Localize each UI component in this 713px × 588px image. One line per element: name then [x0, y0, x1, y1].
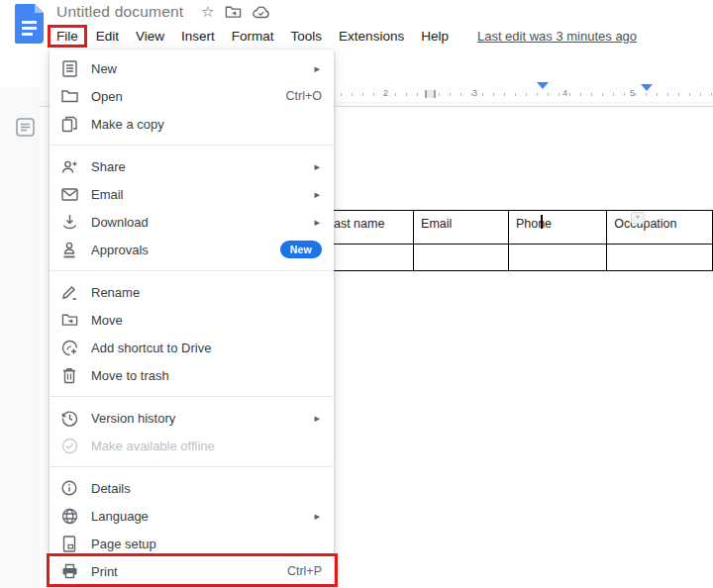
- table-header-cell[interactable]: Occupation: [607, 211, 713, 245]
- table-column-marker[interactable]: [425, 90, 436, 98]
- menu-item-approvals[interactable]: Approvals New: [50, 236, 334, 263]
- last-edit-link[interactable]: Last edit was 3 minutes ago: [477, 29, 637, 44]
- menu-item-label: Rename: [91, 285, 322, 300]
- menu-item-page-setup[interactable]: Page setup: [50, 530, 334, 557]
- menu-divider: [50, 270, 334, 271]
- submenu-arrow-icon: ▸: [314, 188, 320, 201]
- menu-item-move-to-trash[interactable]: Move to trash: [50, 361, 334, 389]
- menu-item-language[interactable]: Language ▸: [50, 502, 334, 530]
- menu-item-version-history[interactable]: Version history ▸: [50, 404, 334, 432]
- menu-item-new[interactable]: New ▸: [50, 54, 334, 82]
- ruler-number: 4: [562, 88, 567, 98]
- approvals-icon: [60, 241, 78, 258]
- menu-item-label: New: [91, 61, 314, 76]
- info-icon: [60, 479, 78, 497]
- menu-item-print[interactable]: Print Ctrl+P: [50, 557, 334, 585]
- new-document-icon: [60, 59, 78, 77]
- menu-item-label: Language: [91, 509, 314, 524]
- text-cursor: [541, 215, 543, 229]
- new-badge: New: [280, 241, 322, 258]
- document-title[interactable]: Untitled document: [56, 3, 183, 21]
- copy-icon: [60, 115, 78, 133]
- menu-item-share[interactable]: Share ▸: [50, 152, 334, 180]
- menu-item-move[interactable]: Move: [50, 306, 334, 334]
- rename-pencil-icon: [60, 283, 78, 301]
- menubar-tools[interactable]: Tools: [291, 27, 323, 46]
- submenu-arrow-icon: ▸: [314, 62, 320, 75]
- menu-item-email[interactable]: Email ▸: [50, 180, 334, 208]
- menu-item-rename[interactable]: Rename: [50, 278, 334, 306]
- table-cell-menu-icon[interactable]: ▾: [631, 212, 645, 224]
- email-envelope-icon: [60, 185, 78, 203]
- menu-item-label: Approvals: [91, 243, 280, 257]
- menu-divider: [50, 396, 334, 397]
- table-cell[interactable]: [414, 245, 509, 271]
- menu-item-shortcut: Ctrl+O: [286, 89, 322, 103]
- menubar-edit[interactable]: Edit: [96, 27, 119, 46]
- trash-icon: [60, 366, 78, 384]
- google-docs-logo-icon[interactable]: [15, 4, 44, 44]
- menu-item-shortcut: Ctrl+P: [287, 564, 322, 578]
- share-person-add-icon: [60, 157, 78, 175]
- google-docs-window: Untitled document ☆ File Edit View Inser…: [0, 0, 713, 588]
- table-header-cell[interactable]: Email: [414, 211, 509, 245]
- document-table[interactable]: Last name Email Phone Occupation: [319, 210, 713, 271]
- table-cell[interactable]: [607, 245, 713, 271]
- table-header-row: Last name Email Phone Occupation: [320, 211, 713, 245]
- top-bar: Untitled document ☆ File Edit View Inser…: [0, 0, 713, 49]
- menu-item-label: Download: [91, 215, 314, 230]
- download-icon: [60, 213, 78, 231]
- menu-item-add-shortcut-to-drive[interactable]: Add shortcut to Drive: [50, 334, 334, 361]
- menu-item-label: Move to trash: [91, 368, 322, 383]
- menubar-file[interactable]: File: [56, 27, 78, 46]
- menu-item-label: Print: [91, 564, 287, 579]
- ruler-ticks: [341, 93, 713, 96]
- menu-bar: File Edit View Insert Format Tools Exten…: [49, 25, 637, 48]
- menu-item-details[interactable]: Details: [50, 474, 334, 502]
- cloud-status-icon[interactable]: [253, 6, 270, 19]
- submenu-arrow-icon: ▸: [314, 412, 320, 425]
- globe-icon: [60, 507, 78, 525]
- menu-item-label: Make available offline: [91, 439, 322, 453]
- menu-item-make-available-offline: Make available offline: [50, 432, 334, 459]
- menu-divider: [50, 145, 334, 146]
- document-outline-icon[interactable]: [15, 117, 36, 138]
- file-menu-highlight-box: File: [48, 25, 87, 48]
- menu-item-open[interactable]: Open Ctrl+O: [50, 82, 334, 110]
- print-icon: [60, 562, 78, 580]
- table-header-cell[interactable]: Phone: [508, 211, 606, 245]
- move-folder-icon[interactable]: [225, 5, 242, 19]
- menu-item-label: Page setup: [91, 537, 322, 551]
- menubar-format[interactable]: Format: [232, 27, 274, 46]
- star-icon[interactable]: ☆: [201, 3, 214, 21]
- table-cell[interactable]: [508, 245, 606, 271]
- move-folder-icon: [60, 311, 78, 329]
- drive-shortcut-icon: [60, 339, 78, 356]
- table-row: [320, 245, 713, 271]
- menu-item-make-a-copy[interactable]: Make a copy: [50, 110, 334, 138]
- menu-item-label: Version history: [91, 411, 314, 426]
- menubar-extensions[interactable]: Extensions: [339, 27, 404, 46]
- menu-item-label: Details: [91, 481, 322, 496]
- ruler-number: 5: [630, 88, 635, 98]
- page-setup-icon: [60, 535, 78, 552]
- version-history-icon: [60, 409, 78, 427]
- offline-icon: [60, 437, 78, 454]
- menu-item-label: Make a copy: [91, 117, 322, 132]
- file-menu-dropdown: New ▸ Open Ctrl+O Make a copy: [50, 49, 334, 588]
- submenu-arrow-icon: ▸: [314, 160, 320, 173]
- submenu-arrow-icon: ▸: [314, 510, 320, 523]
- menu-item-label: Email: [91, 187, 314, 202]
- open-folder-icon: [60, 87, 78, 105]
- menubar-view[interactable]: View: [136, 27, 164, 46]
- menubar-help[interactable]: Help: [421, 27, 449, 46]
- ruler-number: 2: [383, 88, 388, 98]
- menu-item-label: Open: [91, 89, 286, 104]
- menu-divider: [50, 466, 334, 467]
- submenu-arrow-icon: ▸: [314, 216, 320, 229]
- menu-item-download[interactable]: Download ▸: [50, 208, 334, 236]
- menu-item-label: Move: [91, 313, 322, 328]
- menu-item-label: Add shortcut to Drive: [91, 341, 322, 355]
- ruler-number: 3: [472, 88, 477, 98]
- menubar-insert[interactable]: Insert: [181, 27, 215, 46]
